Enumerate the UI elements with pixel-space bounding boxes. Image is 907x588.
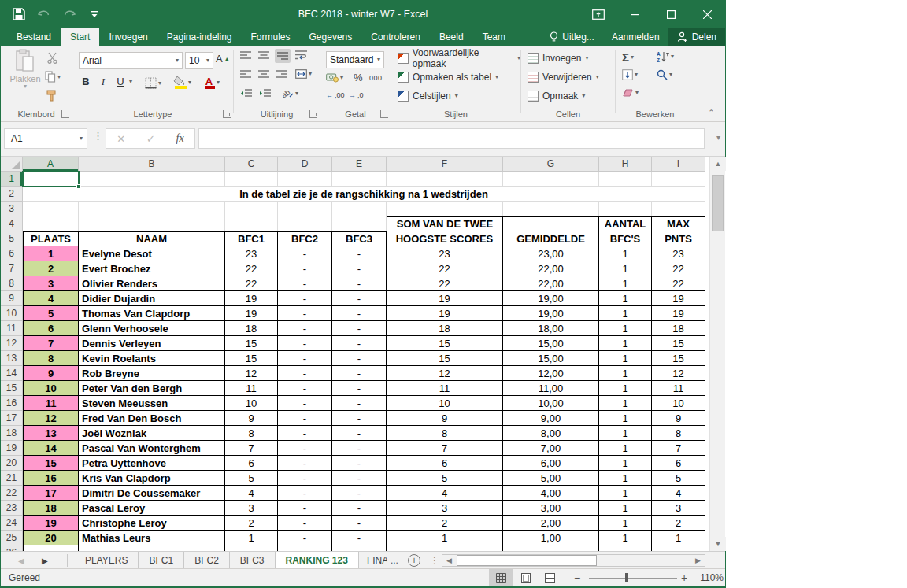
cell-F21[interactable]: 5	[387, 471, 503, 486]
cell-B17-naam[interactable]: Fred Van Den Bosch	[79, 411, 225, 426]
cell-C13[interactable]: 15	[225, 351, 278, 366]
cell-C21[interactable]: 5	[225, 471, 278, 486]
cell-B11-naam[interactable]: Glenn Verhoosele	[79, 321, 225, 336]
column-header-F[interactable]: F	[387, 157, 503, 172]
cell-E1[interactable]	[332, 172, 387, 187]
cell-C15[interactable]: 11	[225, 381, 278, 396]
cell-D22[interactable]: -	[278, 486, 332, 501]
cell-F10[interactable]: 19	[387, 306, 503, 321]
cell-B19-naam[interactable]: Pascal Van Wonterghem	[79, 441, 225, 456]
row-header-2[interactable]: 2	[1, 187, 23, 202]
align-middle-icon[interactable]	[258, 51, 269, 60]
cell-D14[interactable]: -	[278, 366, 332, 381]
autosum-button[interactable]: Σ▾	[622, 50, 634, 64]
copy-button[interactable]: ▾	[45, 71, 61, 83]
cell-B22-naam[interactable]: Dimitri De Coussemaker	[79, 486, 225, 501]
cell-E19[interactable]: -	[332, 441, 387, 456]
cell-G10[interactable]: 19,00	[503, 306, 599, 321]
sheet-tab-bfc1[interactable]: BFC1	[139, 552, 184, 569]
cell-B13-naam[interactable]: Kevin Roelants	[79, 351, 225, 366]
row-header-1[interactable]: 1	[1, 172, 23, 187]
cell-F26[interactable]	[387, 545, 503, 551]
cell-H11[interactable]: 1	[599, 321, 652, 336]
zoom-in-icon[interactable]: +	[681, 571, 687, 584]
cell-C12[interactable]: 15	[225, 336, 278, 351]
cell-I14[interactable]: 12	[652, 366, 705, 381]
scroll-left-icon[interactable]: ◀	[442, 555, 456, 566]
cell-I3[interactable]	[652, 202, 705, 216]
row-header-17[interactable]: 17	[1, 411, 23, 426]
cell-C7[interactable]: 22	[225, 261, 278, 276]
cell-A14-plaats[interactable]: 9	[23, 366, 79, 381]
column-header-A[interactable]: A	[23, 157, 79, 172]
row-header-11[interactable]: 11	[1, 321, 23, 336]
cell-F19[interactable]: 7	[387, 441, 503, 456]
cell-A9-plaats[interactable]: 4	[23, 291, 79, 306]
font-size-combo[interactable]: 10▾	[185, 52, 213, 69]
cell-I25[interactable]: 1	[652, 531, 705, 545]
cell-A17-plaats[interactable]: 12	[23, 411, 79, 426]
cell-H21[interactable]: 1	[599, 471, 652, 486]
cell-A7-plaats[interactable]: 2	[23, 261, 79, 276]
orientation-button[interactable]: ab▾	[283, 88, 298, 98]
close-button[interactable]	[689, 0, 725, 28]
cell-F3[interactable]	[387, 202, 503, 216]
cell-E18[interactable]: -	[332, 426, 387, 441]
clipboard-dialog-launcher[interactable]	[61, 110, 69, 118]
cell-B24-naam[interactable]: Christophe Leroy	[79, 516, 225, 531]
cell-E13[interactable]: -	[332, 351, 387, 366]
ribbon-tab-bestand[interactable]: Bestand	[7, 28, 61, 46]
cell-D16[interactable]: -	[278, 396, 332, 411]
cell-D20[interactable]: -	[278, 456, 332, 471]
cell-F20[interactable]: 6	[387, 456, 503, 471]
align-bottom-icon[interactable]	[275, 49, 291, 63]
cell-E20[interactable]: -	[332, 456, 387, 471]
cell-I8[interactable]: 22	[652, 276, 705, 291]
cell-G20[interactable]: 6,00	[503, 456, 599, 471]
horizontal-scrollbar[interactable]: ◀ ▶	[442, 554, 705, 567]
cell-C4[interactable]	[225, 216, 278, 231]
fill-button[interactable]: ▾	[622, 69, 638, 80]
alignment-dialog-launcher[interactable]	[309, 110, 317, 118]
number-format-combo[interactable]: Standaard▾	[326, 51, 384, 68]
cell-G1[interactable]	[503, 172, 599, 187]
cell-I10[interactable]: 19	[652, 306, 705, 321]
cell-F6[interactable]: 23	[387, 246, 503, 261]
column-header-G[interactable]: G	[503, 157, 599, 172]
bold-button[interactable]: B	[79, 76, 93, 87]
cell-D10[interactable]: -	[278, 306, 332, 321]
cell-G14[interactable]: 12,00	[503, 366, 599, 381]
cell-D19[interactable]: -	[278, 441, 332, 456]
cell-H3[interactable]	[599, 202, 652, 216]
cell-I24[interactable]: 2	[652, 516, 705, 531]
cell-B4[interactable]	[79, 216, 225, 231]
find-select-button[interactable]: ▾	[657, 69, 672, 80]
cell-C19[interactable]: 7	[225, 441, 278, 456]
cell-C20[interactable]: 6	[225, 456, 278, 471]
currency-format-button[interactable]: ▾	[326, 72, 343, 83]
ribbon-tab-controleren[interactable]: Controleren	[361, 28, 430, 46]
share-button[interactable]: Delen	[668, 28, 725, 46]
scroll-right-icon[interactable]: ▶	[691, 555, 705, 566]
opmaak-button[interactable]: Opmaak▾	[528, 88, 585, 104]
cell-A18-plaats[interactable]: 13	[23, 426, 79, 441]
page-layout-view-button[interactable]	[513, 569, 538, 586]
number-dialog-launcher[interactable]	[380, 110, 388, 118]
cell-A3[interactable]	[23, 202, 79, 216]
zoom-slider-track[interactable]	[589, 578, 677, 579]
cell-D17[interactable]: -	[278, 411, 332, 426]
name-box[interactable]: A1 ▾	[4, 128, 87, 149]
vertical-scrollbar-thumb[interactable]	[712, 175, 724, 231]
insert-function-icon[interactable]: fx	[176, 132, 184, 145]
cell-C9[interactable]: 19	[225, 291, 278, 306]
cell-A23-plaats[interactable]: 18	[23, 501, 79, 516]
cell-E17[interactable]: -	[332, 411, 387, 426]
cell-E22[interactable]: -	[332, 486, 387, 501]
cell-C10[interactable]: 19	[225, 306, 278, 321]
font-color-button[interactable]: A ▾	[203, 76, 220, 89]
percent-style-button[interactable]: %	[354, 72, 363, 83]
cell-C26[interactable]	[225, 545, 278, 551]
cell-E8[interactable]: -	[332, 276, 387, 291]
cell-H12[interactable]: 1	[599, 336, 652, 351]
ribbon-display-options-icon[interactable]	[580, 0, 616, 28]
